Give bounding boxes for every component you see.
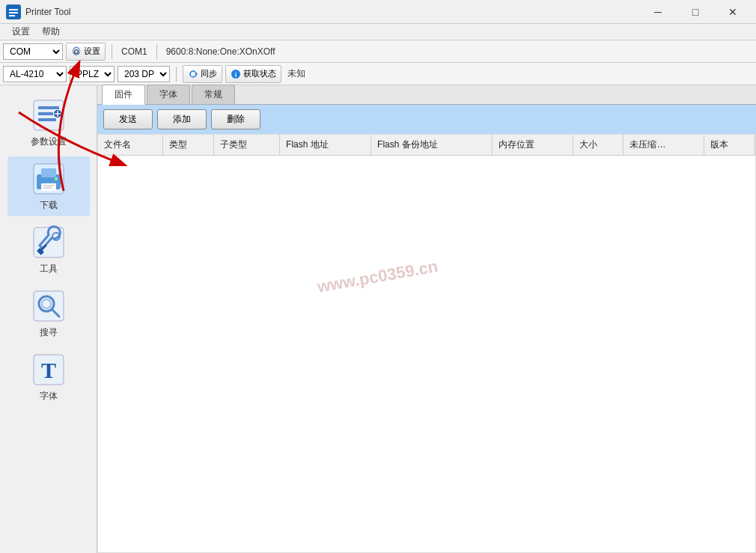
svg-rect-3 <box>9 15 15 16</box>
svg-rect-18 <box>41 183 56 191</box>
settings-button[interactable]: 设置 <box>66 43 106 61</box>
sidebar-item-font[interactable]: T 字体 <box>7 347 90 407</box>
separator-3 <box>176 67 177 82</box>
svg-rect-2 <box>9 12 18 13</box>
printer-select[interactable]: AL-4210 <box>3 66 67 82</box>
col-flash-backup: Flash 备份地址 <box>371 135 493 156</box>
sidebar-item-params[interactable]: 参数设置 <box>7 93 90 153</box>
font-label: 字体 <box>40 390 58 403</box>
svg-point-21 <box>55 177 58 180</box>
col-filename: 文件名 <box>98 135 163 156</box>
svg-text:T: T <box>40 358 55 382</box>
search-sidebar-icon <box>31 288 67 324</box>
toolbar-2: AL-4210 PPLZ CPCL EPL2 203 DPI 300 DPI 6… <box>0 63 756 85</box>
sync-label: 同步 <box>201 68 217 79</box>
col-version: 版本 <box>704 135 755 156</box>
separator-1 <box>112 44 112 59</box>
tab-bar: 固件 字体 常规 <box>97 85 756 105</box>
tools-label: 工具 <box>40 263 58 275</box>
svg-point-4 <box>75 49 79 53</box>
maximize-button[interactable]: □ <box>678 1 713 23</box>
col-uncompressed: 未压缩… <box>624 135 704 156</box>
search-label: 搜寻 <box>40 326 58 339</box>
lang-select[interactable]: PPLZ CPCL EPL2 <box>70 66 115 82</box>
action-bar: 发送 添加 删除 <box>97 105 756 134</box>
col-flash-addr: Flash 地址 <box>280 135 371 156</box>
svg-rect-17 <box>41 168 56 177</box>
svg-text:i: i <box>235 71 237 79</box>
tab-firmware[interactable]: 固件 <box>102 85 145 105</box>
com-port-select[interactable]: COM <box>3 43 63 60</box>
dpi-select[interactable]: 203 DPI 300 DPI 600 DPI <box>118 66 170 82</box>
tab-font[interactable]: 字体 <box>147 85 190 104</box>
app-icon <box>6 4 21 19</box>
toolbar-1: COM 设置 COM1 9600:8:None:One:XOnXOff <box>0 40 756 63</box>
font-icon: T <box>31 352 67 388</box>
col-subtype: 子类型 <box>214 135 280 156</box>
file-table-container: 文件名 类型 子类型 Flash 地址 Flash 备份地址 内存位置 大小 未… <box>97 134 756 553</box>
get-status-button[interactable]: i 获取状态 <box>225 65 281 83</box>
svg-rect-9 <box>38 106 59 109</box>
sidebar-item-tools[interactable]: 工具 <box>7 220 90 280</box>
window-title: Printer Tool <box>25 7 641 17</box>
file-table: 文件名 类型 子类型 Flash 地址 Flash 备份地址 内存位置 大小 未… <box>98 135 755 156</box>
params-label: 参数设置 <box>31 135 67 148</box>
svg-rect-11 <box>38 118 56 121</box>
settings-label: 设置 <box>84 46 100 57</box>
sidebar-item-search[interactable]: 搜寻 <box>7 284 90 343</box>
port-info: 9600:8:None:One:XOnXOff <box>163 46 278 57</box>
status-value: 未知 <box>284 67 308 80</box>
svg-marker-5 <box>196 73 198 76</box>
sync-icon <box>188 69 198 79</box>
minimize-button[interactable]: ─ <box>641 1 675 23</box>
sidebar-item-download[interactable]: 下载 <box>7 156 90 216</box>
port-label: COM1 <box>118 46 150 57</box>
close-button[interactable]: ✕ <box>716 1 750 23</box>
window-controls: ─ □ ✕ <box>641 1 750 23</box>
get-status-label: 获取状态 <box>243 68 276 79</box>
info-icon: i <box>231 69 241 79</box>
menubar: 设置 帮助 <box>0 24 756 40</box>
separator-2 <box>156 44 157 59</box>
add-button[interactable]: 添加 <box>157 109 207 129</box>
delete-button[interactable]: 删除 <box>211 109 260 129</box>
tab-normal[interactable]: 常规 <box>192 85 235 104</box>
download-icon <box>31 161 67 197</box>
menu-settings[interactable]: 设置 <box>6 24 36 40</box>
params-icon <box>31 97 67 133</box>
content-area: 固件 字体 常规 发送 添加 删除 文件名 类型 子类型 Flash 地址 Fl… <box>97 85 756 553</box>
col-type: 类型 <box>163 135 214 156</box>
col-mem-pos: 内存位置 <box>492 135 573 156</box>
col-size: 大小 <box>573 135 624 156</box>
main-layout: 参数设置 下载 <box>0 85 756 553</box>
menu-help[interactable]: 帮助 <box>36 24 66 40</box>
svg-rect-10 <box>38 112 53 115</box>
download-label: 下载 <box>40 199 58 212</box>
svg-rect-1 <box>9 9 18 10</box>
titlebar: Printer Tool ─ □ ✕ <box>0 0 756 24</box>
send-button[interactable]: 发送 <box>103 109 153 129</box>
sidebar: 参数设置 下载 <box>0 85 97 553</box>
sync-button[interactable]: 同步 <box>183 65 222 83</box>
gear-icon <box>71 46 82 57</box>
tools-icon <box>31 224 67 260</box>
